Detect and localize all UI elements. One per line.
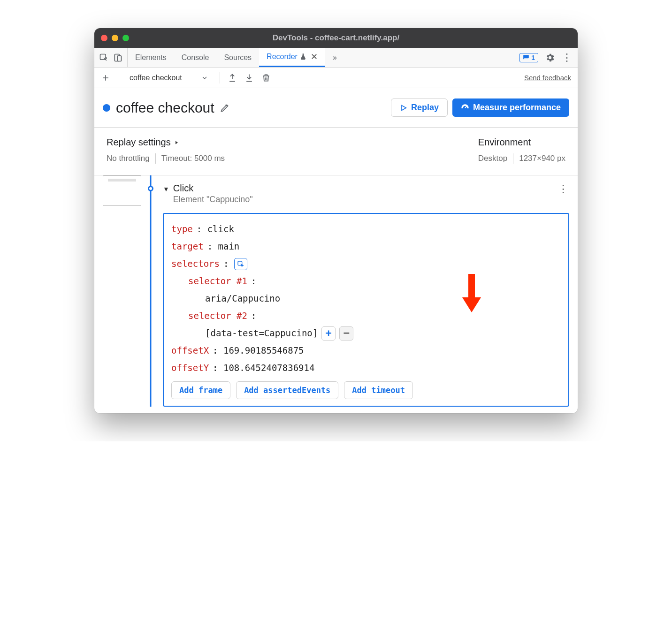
send-feedback-link[interactable]: Send feedback (524, 74, 571, 82)
tab-console[interactable]: Console (174, 48, 217, 67)
flask-icon (299, 53, 307, 61)
replay-button-label: Replay (411, 103, 439, 113)
import-icon[interactable] (244, 73, 254, 83)
replay-settings-heading[interactable]: Replay settings (107, 137, 225, 148)
tab-label: Elements (135, 53, 167, 62)
type-value: : click (197, 220, 234, 238)
selector-2-value[interactable]: [data-test=Cappucino] (205, 325, 318, 342)
step-title: Click (173, 183, 253, 194)
replay-button[interactable]: Replay (391, 98, 448, 117)
offsetx-value: : 169.90185546875 (213, 342, 304, 359)
measure-button-label: Measure performance (473, 103, 561, 113)
step-subtitle: Element "Cappucino" (173, 195, 253, 204)
screenshot-thumbnail[interactable] (103, 175, 141, 206)
timeline-step-dot[interactable] (148, 186, 153, 191)
recorder-toolbar: coffee checkout Send feedback (94, 68, 578, 88)
remove-selector-button[interactable]: − (339, 326, 353, 341)
step-panel: ▼ Click Element "Cappucino" ⋮ type: clic… (160, 175, 578, 407)
settings-row: Replay settings No throttling Timeout: 5… (94, 128, 578, 175)
measure-performance-button[interactable]: Measure performance (452, 98, 569, 117)
maximize-window-button[interactable] (122, 35, 129, 41)
tab-sources[interactable]: Sources (216, 48, 259, 67)
throttling-value: No throttling (107, 154, 150, 163)
device-value: Desktop (478, 154, 507, 163)
new-recording-icon[interactable] (101, 73, 110, 83)
devtools-tabbar: Elements Console Sources Recorder ✕ » 1 … (94, 48, 578, 68)
steps-area: ▼ Click Element "Cappucino" ⋮ type: clic… (94, 175, 578, 413)
recording-title: coffee checkout (116, 100, 214, 116)
edit-title-icon[interactable] (220, 103, 229, 113)
minimize-window-button[interactable] (112, 35, 118, 41)
step-menu-icon[interactable]: ⋮ (558, 183, 569, 195)
traffic-lights (101, 35, 129, 41)
close-window-button[interactable] (101, 35, 107, 41)
svg-rect-2 (117, 55, 121, 61)
environment-heading: Environment (478, 137, 565, 148)
window-title: DevTools - coffee-cart.netlify.app/ (94, 33, 578, 43)
inspect-element-icon[interactable] (99, 53, 108, 62)
tab-elements[interactable]: Elements (128, 48, 174, 67)
kebab-menu-icon[interactable]: ⋮ (562, 52, 572, 64)
timeout-value: Timeout: 5000 ms (161, 154, 225, 163)
selector-1-value[interactable]: aria/Cappucino (205, 290, 280, 307)
more-tabs-button[interactable]: » (325, 48, 344, 67)
titlebar: DevTools - coffee-cart.netlify.app/ (94, 28, 578, 48)
viewport-value: 1237×940 px (519, 154, 565, 163)
close-tab-icon[interactable]: ✕ (311, 52, 318, 62)
add-frame-button[interactable]: Add frame (171, 381, 230, 399)
issues-badge[interactable]: 1 (519, 53, 538, 62)
add-asserted-events-button[interactable]: Add assertedEvents (236, 381, 338, 399)
timeline (141, 175, 160, 407)
recording-header: coffee checkout Replay Measure performan… (94, 88, 578, 128)
settings-gear-icon[interactable] (545, 53, 555, 63)
tab-label: Console (182, 53, 209, 62)
tab-label: Sources (224, 53, 252, 62)
add-timeout-button[interactable]: Add timeout (344, 381, 413, 399)
export-icon[interactable] (228, 73, 237, 83)
offsety-value: : 108.6452407836914 (213, 359, 314, 377)
recording-select-value: coffee checkout (130, 74, 182, 82)
element-picker-icon[interactable] (234, 258, 247, 270)
devtools-window: DevTools - coffee-cart.netlify.app/ Elem… (94, 28, 578, 413)
issues-count: 1 (531, 54, 535, 61)
tab-label: Recorder (267, 53, 298, 61)
device-toggle-icon[interactable] (113, 53, 122, 62)
tab-recorder[interactable]: Recorder ✕ (259, 48, 325, 67)
caret-right-icon (174, 140, 179, 145)
recording-status-dot (103, 104, 110, 112)
chevron-down-icon (201, 74, 208, 82)
delete-icon[interactable] (261, 73, 271, 83)
step-details: type: click target: main selectors: sele… (163, 213, 569, 407)
add-selector-button[interactable]: + (321, 326, 336, 341)
recording-select[interactable]: coffee checkout (126, 72, 212, 84)
caret-down-icon[interactable]: ▼ (163, 185, 169, 193)
target-value: : main (207, 238, 240, 255)
